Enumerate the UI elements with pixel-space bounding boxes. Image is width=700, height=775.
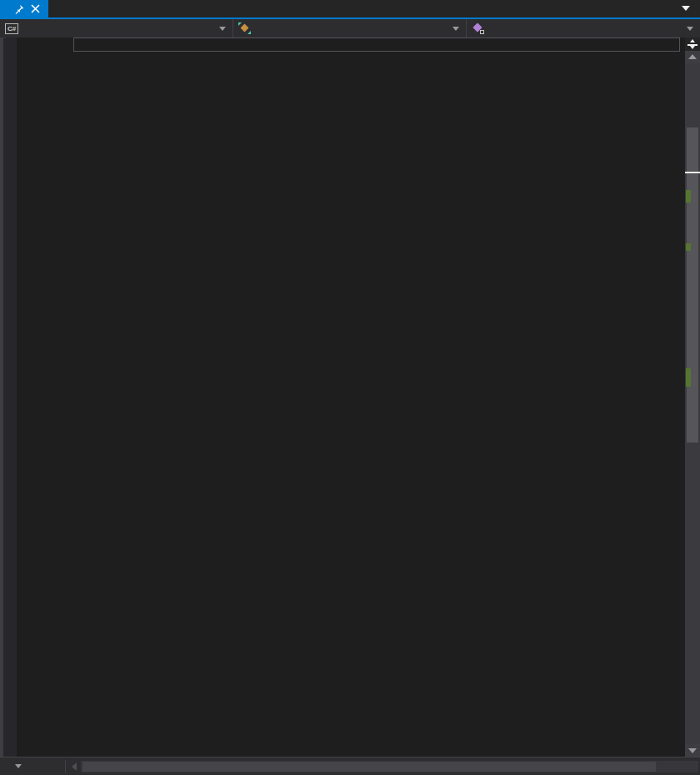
split-window-gripper[interactable] bbox=[685, 38, 700, 51]
code-editor[interactable] bbox=[0, 38, 700, 757]
class-icon bbox=[238, 22, 251, 34]
vertical-scrollbar[interactable] bbox=[685, 38, 700, 757]
member-dropdown[interactable] bbox=[467, 19, 700, 38]
document-well-dropdown-icon[interactable] bbox=[682, 6, 690, 11]
editor-bottom-bar bbox=[0, 757, 700, 775]
tab-strip bbox=[0, 0, 700, 18]
navigation-bar: C# bbox=[0, 19, 700, 38]
tab-castlescript[interactable] bbox=[0, 0, 48, 18]
chevron-down-icon bbox=[219, 27, 226, 31]
outline-end-tick bbox=[0, 38, 6, 38]
project-dropdown[interactable]: C# bbox=[0, 19, 233, 38]
zoom-control[interactable] bbox=[0, 764, 65, 768]
breakpoint-margin[interactable] bbox=[3, 38, 17, 757]
scrollbar-track[interactable] bbox=[685, 63, 700, 744]
scroll-down-arrow[interactable] bbox=[685, 744, 700, 757]
csharp-project-icon: C# bbox=[5, 23, 18, 34]
change-mark bbox=[686, 243, 691, 251]
scrollbar-thumb[interactable] bbox=[687, 128, 698, 442]
horizontal-scrollbar[interactable] bbox=[81, 761, 698, 772]
chevron-down-icon bbox=[452, 27, 459, 31]
scroll-left-arrow[interactable] bbox=[69, 761, 81, 772]
separator bbox=[65, 760, 66, 773]
current-line-highlight bbox=[73, 38, 680, 52]
type-dropdown[interactable] bbox=[233, 19, 467, 38]
horizontal-scrollbar-thumb[interactable] bbox=[82, 762, 656, 772]
change-mark bbox=[686, 368, 691, 387]
method-icon bbox=[472, 22, 484, 34]
close-icon[interactable] bbox=[31, 4, 41, 14]
caret-position-mark bbox=[685, 172, 700, 173]
pin-icon[interactable] bbox=[14, 4, 24, 14]
chevron-down-icon bbox=[15, 764, 22, 768]
scroll-up-arrow[interactable] bbox=[685, 51, 700, 63]
chevron-down-icon bbox=[687, 27, 693, 31]
change-mark bbox=[686, 190, 691, 202]
